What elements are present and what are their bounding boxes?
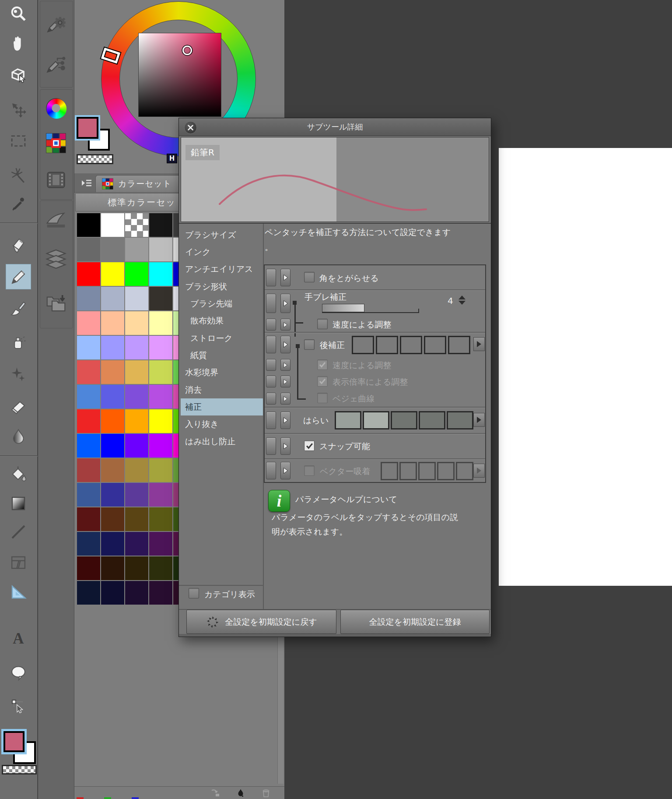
sweep-more-button[interactable] bbox=[473, 413, 485, 427]
param-expand-button[interactable] bbox=[280, 294, 290, 313]
color-swatch[interactable] bbox=[77, 213, 100, 237]
category-item-anti-aliasing[interactable]: アンチエイリアス bbox=[181, 260, 263, 278]
color-swatch[interactable] bbox=[149, 507, 172, 531]
foreground-color-chip[interactable] bbox=[4, 731, 24, 752]
param-label[interactable]: 速度による調整 bbox=[332, 319, 391, 331]
corner-checkbox[interactable] bbox=[304, 272, 315, 282]
stabilization-stepper[interactable] bbox=[458, 296, 466, 305]
color-swatch[interactable] bbox=[101, 532, 124, 556]
color-swatch[interactable] bbox=[101, 556, 124, 580]
color-swatch[interactable] bbox=[149, 385, 172, 408]
param-indicator-button[interactable] bbox=[266, 412, 276, 429]
color-swatch[interactable] bbox=[125, 581, 148, 605]
color-swatch[interactable] bbox=[101, 483, 124, 507]
param-label[interactable]: スナップ可能 bbox=[319, 441, 370, 452]
color-swatch[interactable] bbox=[125, 385, 148, 408]
color-swatch[interactable] bbox=[149, 336, 172, 359]
ruler-tool-icon[interactable] bbox=[6, 579, 31, 605]
import-folder-panel-icon[interactable] bbox=[44, 291, 68, 315]
stabilization-slider-track[interactable] bbox=[322, 312, 419, 313]
post-correction-more-button[interactable] bbox=[473, 337, 485, 351]
param-indicator-button[interactable] bbox=[266, 393, 276, 405]
sv-selector[interactable] bbox=[182, 46, 192, 55]
vector-edit-tool-icon[interactable] bbox=[6, 693, 31, 719]
category-item-ink[interactable]: インク bbox=[181, 243, 263, 260]
hand-tool-icon[interactable] bbox=[6, 31, 31, 56]
color-swatch[interactable] bbox=[149, 262, 172, 286]
color-swatch[interactable] bbox=[77, 581, 100, 605]
footer-color-chip[interactable] bbox=[132, 797, 139, 799]
color-swatch[interactable] bbox=[77, 483, 100, 507]
param-expand-button[interactable] bbox=[280, 393, 290, 405]
param-expand-button[interactable] bbox=[280, 359, 290, 371]
saturation-value-square[interactable] bbox=[138, 33, 221, 117]
reset-all-settings-button[interactable]: 全設定を初期設定に戻す bbox=[186, 610, 336, 634]
color-swatch[interactable] bbox=[101, 311, 124, 335]
sub-tool-icon[interactable] bbox=[45, 55, 67, 77]
color-swatch[interactable] bbox=[125, 213, 148, 237]
stepper-down-icon[interactable] bbox=[458, 301, 466, 305]
add-color-icon[interactable] bbox=[210, 788, 220, 799]
operate-3d-tool-icon[interactable] bbox=[6, 63, 31, 88]
figure-tool-icon[interactable] bbox=[6, 519, 31, 545]
color-swatch[interactable] bbox=[101, 213, 124, 237]
wheel-transparent-chip[interactable] bbox=[77, 154, 113, 164]
color-swatch[interactable] bbox=[149, 458, 172, 482]
color-set-panel-icon[interactable] bbox=[44, 131, 68, 155]
color-swatch[interactable] bbox=[125, 238, 148, 261]
pencil-tool-icon[interactable] bbox=[6, 264, 31, 289]
brush-tool-icon[interactable] bbox=[6, 296, 31, 321]
marker-pen-tool-icon[interactable] bbox=[6, 232, 31, 258]
sweep-level-box[interactable] bbox=[363, 411, 389, 429]
zoom-tool-icon[interactable] bbox=[6, 1, 31, 27]
param-label[interactable]: はらい bbox=[303, 415, 329, 426]
color-swatch[interactable] bbox=[125, 336, 148, 359]
param-label[interactable]: 角をとがらせる bbox=[319, 273, 379, 284]
sweep-level-box[interactable] bbox=[391, 411, 417, 429]
param-expand-button[interactable] bbox=[280, 319, 290, 331]
color-swatch[interactable] bbox=[149, 581, 172, 605]
eraser-tool-icon[interactable] bbox=[6, 394, 31, 420]
category-item-brush-size[interactable]: ブラシサイズ bbox=[181, 226, 263, 243]
color-swatch[interactable] bbox=[125, 434, 148, 458]
post-correction-level-box[interactable] bbox=[376, 336, 398, 354]
param-indicator-button[interactable] bbox=[266, 462, 276, 479]
airbrush-tool-icon[interactable] bbox=[6, 330, 31, 355]
color-swatch[interactable] bbox=[77, 556, 100, 580]
footer-color-chip[interactable] bbox=[104, 797, 111, 799]
dialog-titlebar[interactable]: サブツール詳細 bbox=[179, 118, 491, 136]
category-item-spraying[interactable]: 散布効果 bbox=[181, 312, 263, 329]
param-expand-button[interactable] bbox=[280, 336, 290, 353]
category-item-brush-tip[interactable]: ブラシ先端 bbox=[181, 295, 263, 312]
snap-checkbox[interactable] bbox=[304, 440, 315, 451]
stepper-up-icon[interactable] bbox=[458, 296, 466, 299]
color-swatch[interactable] bbox=[77, 434, 100, 458]
wheel-foreground-chip[interactable] bbox=[77, 117, 98, 139]
param-expand-button[interactable] bbox=[280, 412, 290, 429]
tool-property-icon[interactable] bbox=[45, 15, 67, 37]
marquee-select-tool-icon[interactable] bbox=[6, 128, 31, 154]
balloon-tool-icon[interactable] bbox=[6, 660, 31, 686]
color-swatch[interactable] bbox=[101, 458, 124, 482]
layers-panel-icon[interactable] bbox=[44, 247, 68, 272]
param-indicator-button[interactable] bbox=[266, 269, 276, 286]
category-item-texture[interactable]: 紙質 bbox=[181, 347, 263, 364]
post-correction-checkbox[interactable] bbox=[304, 339, 315, 350]
gradient-tool-icon[interactable] bbox=[6, 491, 31, 516]
color-swatch[interactable] bbox=[77, 360, 100, 384]
footer-color-chip[interactable] bbox=[77, 797, 84, 799]
color-swatch[interactable] bbox=[149, 360, 172, 384]
post-correction-level-box[interactable] bbox=[400, 336, 422, 354]
category-view-checkbox[interactable] bbox=[189, 588, 199, 598]
speed-adjust-checkbox[interactable] bbox=[317, 319, 328, 329]
delete-color-icon[interactable] bbox=[261, 788, 271, 799]
category-item-starting-ending[interactable]: 入り抜き bbox=[181, 415, 263, 433]
color-swatch[interactable] bbox=[77, 507, 100, 531]
close-button[interactable] bbox=[184, 121, 197, 134]
color-swatch[interactable] bbox=[77, 385, 100, 408]
color-swatch[interactable] bbox=[77, 262, 100, 286]
auto-select-tool-icon[interactable] bbox=[6, 162, 31, 188]
color-swatch[interactable] bbox=[149, 556, 172, 580]
replace-color-icon[interactable] bbox=[235, 788, 246, 799]
param-indicator-button[interactable] bbox=[266, 319, 276, 331]
